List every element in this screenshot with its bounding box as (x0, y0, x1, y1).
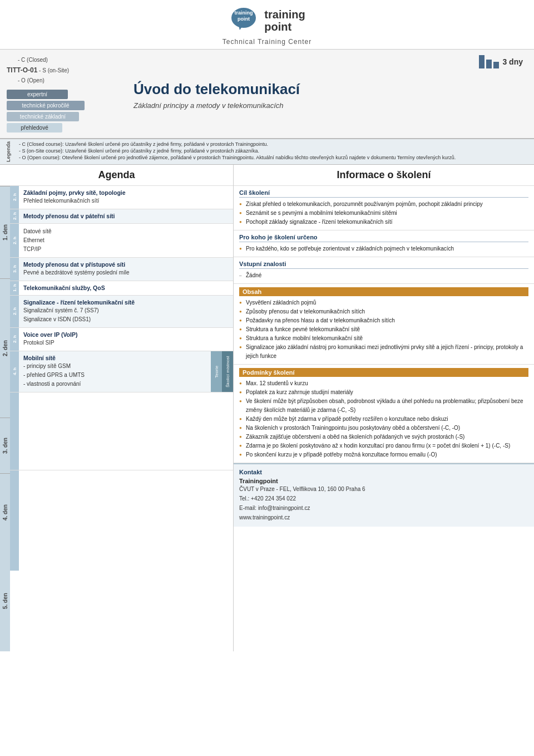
title-d2-2: Telekomunikační služby, QoS (23, 284, 229, 291)
block-d2-3: 2. h Signalizace - řízení telekomunikačn… (10, 296, 233, 328)
hours-d2-1: 3. h (10, 258, 19, 281)
logo-area: training point training point (229, 6, 305, 36)
course-left: - C (Closed) TITT-O-01 - S (on-Site) - O… (0, 50, 122, 138)
podminky-item-1: Poplatek za kurz zahrnuje studijní mater… (239, 388, 528, 397)
podminky-item-3: Každý den může být zdarma v případě potř… (239, 415, 528, 424)
hours-d2-4: 2. h (10, 328, 19, 351)
d5-right (211, 470, 233, 571)
kontakt-web: www.trainingpoint.cz (239, 513, 528, 522)
content-d5 (19, 470, 211, 571)
content-d2-2: Telekomunikační služby, QoS (19, 281, 233, 295)
content-d1-3: Datové sítě Ethernet TCP/IP (19, 224, 233, 257)
hours-d1-1: 2. h (10, 186, 19, 209)
legend-item-o: - O (Open course): Otevřené školení urče… (19, 155, 456, 160)
title-d1-1: Základní pojmy, prvky sítě, topologie (23, 189, 229, 196)
block-d1-2: 2. h Metody přenosu dat v páteřní síti (10, 209, 233, 224)
block-d2-1: 3. h Metody přenosu dat v přístupové sít… (10, 258, 233, 281)
cil-section: Cíl školení Získat přehled o telekomunik… (234, 186, 534, 230)
course-header: - C (Closed) TITT-O-01 - S (on-Site) - O… (0, 50, 534, 139)
block-d3-1: 4. h Mobilní sítě - principy sítě GSM - … (10, 351, 233, 392)
podminky-item-0: Max. 12 studentů v kurzu (239, 379, 528, 388)
d4-right (211, 392, 233, 470)
days-label: 3 dny (502, 57, 523, 66)
text-d3-1c: - vlastnosti a porovnání (23, 380, 206, 389)
text-d2-3b: Signalizace v ISDN (DSS1) (23, 315, 229, 324)
podminky-item-5: Zákazník zajišťuje občerstvení a oběd na… (239, 433, 528, 441)
content-d2-4: Voice over IP (VoIP) Protokol SIP (19, 328, 233, 351)
obsah-item-5: Signalizace jako základní nástroj pro ko… (239, 343, 528, 361)
podminky-item-4: Na školeních v prostorách Trainingpointu… (239, 424, 528, 433)
hours-d2-3: 2. h (10, 296, 19, 327)
svg-text:point: point (238, 16, 250, 22)
block-d2-4: 2. h Voice over IP (VoIP) Protokol SIP (10, 328, 233, 351)
hours-d5 (10, 470, 19, 571)
obsah-item-3: Struktura a funkce pevné telekomunikační… (239, 325, 528, 334)
course-code-bold: TITT-O-01 (7, 66, 37, 74)
level-expertni: expertní (7, 90, 68, 99)
cil-item-0: Získat přehled o telekomunikacích, poroz… (239, 200, 528, 209)
podminky-item-2: Ve školení může být přizpůsoben obsah, p… (239, 397, 528, 415)
podminky-title: Podmínky školení (239, 368, 528, 377)
days-icons (479, 55, 499, 68)
text-d3-1b: - přehled GPRS a UMTS (23, 371, 206, 380)
course-title: Úvod do telekomunikací (134, 81, 523, 98)
hours-d3-1: 4. h (10, 351, 19, 392)
kontakt-address: ČVUT v Praze - FEL, Velflikova 10, 160 0… (239, 484, 528, 494)
cil-item-1: Seznámit se s pevnými a mobilními teleko… (239, 209, 528, 218)
vstupni-title: Vstupní znalosti (239, 261, 528, 269)
info-col: Informace o školení Cíl školení Získat p… (234, 165, 534, 651)
text-d3-1a: - principy sítě GSM (23, 362, 206, 371)
obsah-item-0: Vysvětlení základních pojmů (239, 298, 528, 307)
day-labels-col: 1. den 2. den 3. den 4. den 5. den (0, 186, 10, 651)
page-header: training point training point Technical … (0, 0, 534, 50)
cil-title: Cíl školení (239, 189, 528, 198)
vstupni-item-0: Žádné (239, 271, 528, 280)
content-d3-1: Mobilní sítě - principy sítě GSM - přehl… (19, 351, 211, 392)
legend-label: Legenda (6, 141, 13, 162)
main-content: Agenda 1. den 2. den 3. den 4. den 5. de… (0, 165, 534, 651)
course-code: - C (Closed) TITT-O-01 - S (on-Site) - O… (7, 55, 116, 85)
podminky-item-7: Po skončení kurzu je v případě potřeby m… (239, 450, 528, 459)
prokoho-item-0: Pro každého, kdo se potřebuje zorientova… (239, 244, 528, 253)
title-d1-2: Metody přenosu dat v páteřní síti (23, 213, 229, 219)
kontakt-email: E-mail: info@trainingpoint.cz (239, 503, 528, 513)
block-d2-2: 1. h Telekomunikační služby, QoS (10, 281, 233, 296)
text-d1-3a: Datové sítě (23, 227, 229, 236)
day1-label: 1. den (0, 186, 10, 278)
title-d2-3: Signalizace - řízení telekomunikační sít… (23, 299, 229, 306)
kontakt-tel: Tel.: +420 224 354 022 (239, 494, 528, 503)
course-days: 3 dny (479, 55, 523, 68)
text-d1-1: Přehled telekomunikačních sítí (23, 197, 229, 205)
logo-training: training (264, 8, 305, 21)
obsah-item-2: Požadavky na přenos hlasu a dat v teleko… (239, 316, 528, 325)
obsah-item-4: Struktura a funkce mobilní telekomunikač… (239, 334, 528, 343)
title-d2-1: Metody přenosu dat v přístupové síti (23, 261, 229, 268)
day2-label: 2. den (0, 278, 10, 418)
podminky-item-6: Zdarma je po školení poskytováno až x ho… (239, 441, 528, 450)
text-d2-1: Pevné a bezdrátové systémy poslední míle (23, 268, 229, 277)
level-pokrocile: technické pokročilé (7, 101, 85, 110)
title-d2-4: Voice over IP (VoIP) (23, 331, 229, 338)
level-bars: expertní technické pokročilé technické z… (7, 90, 116, 132)
info-title: Informace o školení (234, 165, 534, 186)
content-d2-3: Signalizace - řízení telekomunikační sít… (19, 296, 233, 327)
block-d1-3: 2. h Datové sítě Ethernet TCP/IP (10, 224, 233, 258)
cil-item-2: Pochopit základy signalizace - řízení te… (239, 218, 528, 227)
content-d1-1: Základní pojmy, prvky sítě, topologie Př… (19, 186, 233, 209)
content-d1-2: Metody přenosu dat v páteřní síti (19, 209, 233, 223)
legend-item-s: - S (on-Site course): Uzavřené školení u… (19, 148, 456, 154)
teoríe-label: Teoríe (211, 351, 222, 392)
header-subtitle: Technical Training Center (222, 38, 312, 46)
text-d2-4: Protokol SIP (23, 338, 229, 347)
hours-d2-2: 1. h (10, 281, 19, 295)
content-d2-1: Metody přenosu dat v přístupové síti Pev… (19, 258, 233, 281)
agenda-col: Agenda 1. den 2. den 3. den 4. den 5. de… (0, 165, 234, 651)
text-d2-3a: Signalizační systém č. 7 (SS7) (23, 306, 229, 315)
level-zakladni: technické základní (7, 112, 79, 121)
hours-d1-2: 2. h (10, 209, 19, 223)
course-subtitle: Základní principy a metody v telekomunik… (134, 101, 523, 110)
logo-text: training point (264, 8, 305, 33)
hours-d1-3: 2. h (10, 224, 19, 257)
agenda-title: Agenda (0, 165, 233, 186)
contact-section: Kontakt Trainingpoint ČVUT v Praze - FEL… (234, 463, 534, 527)
